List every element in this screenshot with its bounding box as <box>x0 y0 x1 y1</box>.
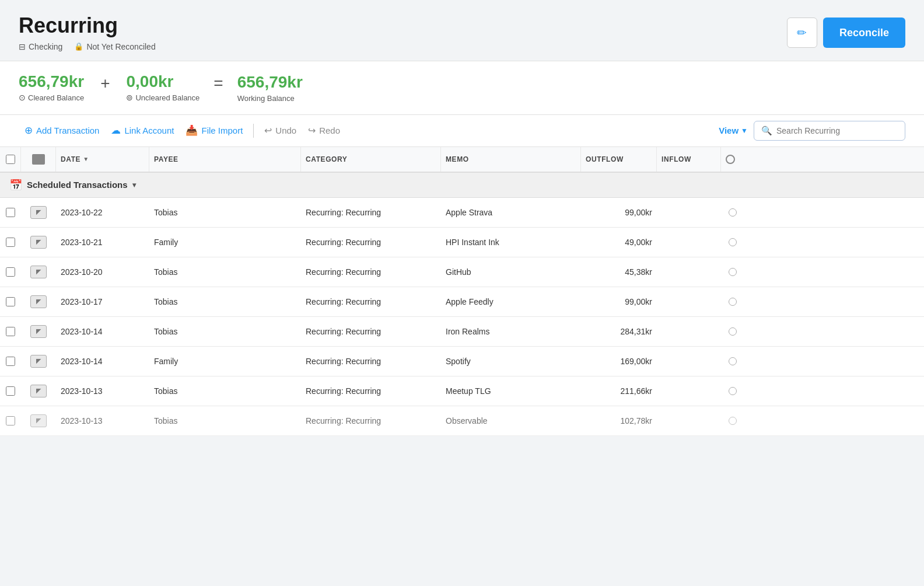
flag-icon[interactable]: ◤ <box>30 266 47 278</box>
flag-icon[interactable]: ◤ <box>30 295 47 308</box>
row-outflow-cell: 169,00kr <box>581 348 657 374</box>
table-row[interactable]: ◤ 2023-10-22 Tobias Recurring: Recurring… <box>0 198 924 228</box>
row-outflow: 284,31kr <box>621 327 652 336</box>
undo-button[interactable]: ↩ Undo <box>258 121 302 139</box>
row-inflow-cell <box>657 204 721 221</box>
row-outflow-cell: 99,00kr <box>581 200 657 225</box>
edit-button[interactable]: ✏ <box>787 18 817 48</box>
row-date: 2023-10-17 <box>61 297 103 306</box>
row-checkbox[interactable] <box>6 416 15 425</box>
add-transaction-button[interactable]: ⊕ Add Transaction <box>19 121 105 140</box>
header-actions: ✏ Reconcile <box>787 14 905 48</box>
row-flag-cell: ◤ <box>21 376 56 406</box>
row-memo-cell: Apple Strava <box>441 200 581 225</box>
working-label: Working Balance <box>237 94 303 103</box>
memo-col-label: MEMO <box>446 155 469 163</box>
row-checkbox[interactable] <box>6 297 15 306</box>
row-outflow-cell: 45,38kr <box>581 259 657 285</box>
th-date[interactable]: DATE ▼ <box>56 147 149 172</box>
scheduled-transactions-group[interactable]: 📅 Scheduled Transactions ▾ <box>0 173 924 198</box>
inflow-col-label: INFLOW <box>662 155 691 163</box>
table-row[interactable]: ◤ 2023-10-21 Family Recurring: Recurring… <box>0 228 924 257</box>
row-cleared-cell <box>721 319 744 344</box>
row-memo: Spotify <box>446 357 471 366</box>
row-payee: Tobias <box>154 416 177 425</box>
row-payee-cell: Tobias <box>149 259 301 285</box>
row-checkbox[interactable] <box>6 386 15 396</box>
add-transaction-label: Add Transaction <box>36 125 99 135</box>
row-checkbox-cell <box>0 319 21 344</box>
row-outflow: 49,00kr <box>625 238 652 247</box>
th-inflow: INFLOW <box>657 147 721 172</box>
row-checkbox-cell <box>0 229 21 255</box>
flag-icon[interactable]: ◤ <box>30 355 47 368</box>
row-memo-cell: Meetup TLG <box>441 378 581 404</box>
select-all-checkbox[interactable] <box>6 155 15 164</box>
balance-section: 656,79kr ⊙ Cleared Balance + 0,00kr ⊚ Un… <box>0 61 924 115</box>
row-inflow-cell <box>657 353 721 369</box>
row-category-cell: Recurring: Recurring <box>301 200 441 225</box>
cleared-status-icon <box>729 268 737 276</box>
row-date: 2023-10-13 <box>61 416 103 425</box>
row-outflow: 169,00kr <box>621 357 652 366</box>
row-inflow-cell <box>657 234 721 250</box>
cleared-icon: ⊙ <box>19 93 26 102</box>
table-row[interactable]: ◤ 2023-10-14 Tobias Recurring: Recurring… <box>0 317 924 347</box>
row-memo: Apple Strava <box>446 208 492 217</box>
row-checkbox[interactable] <box>6 357 15 366</box>
transaction-rows: ◤ 2023-10-22 Tobias Recurring: Recurring… <box>0 198 924 436</box>
group-label: Scheduled Transactions <box>27 180 128 190</box>
redo-button[interactable]: ↪ Redo <box>302 121 346 139</box>
row-category-cell: Recurring: Recurring <box>301 289 441 315</box>
view-label: View <box>719 125 738 135</box>
row-category: Recurring: Recurring <box>306 238 381 247</box>
cleared-status-icon <box>729 298 737 306</box>
row-checkbox[interactable] <box>6 267 15 277</box>
row-date: 2023-10-14 <box>61 327 103 336</box>
search-input[interactable] <box>776 126 893 135</box>
plus-separator: + <box>84 74 126 101</box>
row-memo-cell: HPI Instant Ink <box>441 229 581 255</box>
table-row[interactable]: ◤ 2023-10-20 Tobias Recurring: Recurring… <box>0 257 924 287</box>
row-date-cell: 2023-10-13 <box>56 408 149 434</box>
flag-icon[interactable]: ◤ <box>30 325 47 338</box>
file-import-button[interactable]: 📥 File Import <box>180 121 249 140</box>
table-row[interactable]: ◤ 2023-10-13 Tobias Recurring: Recurring… <box>0 406 924 436</box>
table-row[interactable]: ◤ 2023-10-14 Family Recurring: Recurring… <box>0 347 924 376</box>
row-date: 2023-10-20 <box>61 267 103 277</box>
redo-label: Redo <box>319 125 340 135</box>
row-checkbox[interactable] <box>6 327 15 336</box>
reconcile-button[interactable]: Reconcile <box>823 18 905 48</box>
link-account-button[interactable]: ☁ Link Account <box>105 121 180 140</box>
row-payee: Tobias <box>154 267 177 277</box>
table-row[interactable]: ◤ 2023-10-13 Tobias Recurring: Recurring… <box>0 376 924 406</box>
flag-icon[interactable]: ◤ <box>30 206 47 219</box>
row-checkbox[interactable] <box>6 208 15 217</box>
th-cleared <box>721 147 744 172</box>
row-inflow-cell <box>657 264 721 280</box>
row-payee-cell: Tobias <box>149 200 301 225</box>
table-row[interactable]: ◤ 2023-10-17 Tobias Recurring: Recurring… <box>0 287 924 317</box>
th-checkbox <box>0 147 21 172</box>
row-outflow: 99,00kr <box>625 208 652 217</box>
table-header-row: DATE ▼ PAYEE CATEGORY MEMO OUTFLOW INFLO… <box>0 147 924 173</box>
flag-icon[interactable]: ◤ <box>30 385 47 397</box>
row-memo-cell: GitHub <box>441 259 581 285</box>
row-category: Recurring: Recurring <box>306 357 381 366</box>
flag-icon[interactable]: ◤ <box>30 414 47 427</box>
cleared-label-row: ⊙ Cleared Balance <box>19 93 84 102</box>
search-box[interactable]: 🔍 <box>754 121 905 141</box>
flag-icon[interactable]: ◤ <box>30 236 47 249</box>
row-checkbox[interactable] <box>6 238 15 247</box>
row-category-cell: Recurring: Recurring <box>301 348 441 374</box>
toolbar: ⊕ Add Transaction ☁ Link Account 📥 File … <box>0 115 924 147</box>
row-memo-cell: Apple Feedly <box>441 289 581 315</box>
row-date-cell: 2023-10-21 <box>56 229 149 255</box>
row-memo: Meetup TLG <box>446 386 491 396</box>
row-payee: Tobias <box>154 327 177 336</box>
cleared-status-icon <box>729 208 737 217</box>
flag-arrow: ◤ <box>36 387 41 395</box>
row-payee: Tobias <box>154 208 177 217</box>
view-button[interactable]: View ▼ <box>713 122 754 139</box>
row-category: Recurring: Recurring <box>306 416 381 425</box>
